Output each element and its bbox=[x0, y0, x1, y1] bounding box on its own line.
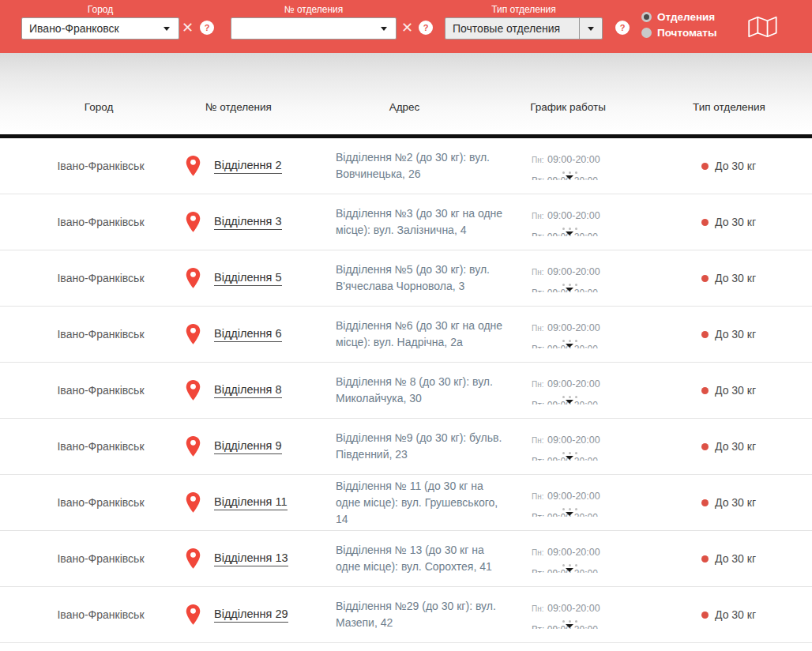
map-pin-icon[interactable] bbox=[186, 548, 201, 570]
column-header-office-type: Тип отделения bbox=[693, 101, 765, 113]
office-number-select[interactable] bbox=[231, 17, 397, 40]
schedule-line: Пн: 09:00-20:00 bbox=[532, 488, 607, 502]
office-type-select-arrow-button[interactable] bbox=[579, 18, 602, 39]
schedule-time: 09:00-20:00 bbox=[547, 322, 600, 333]
office-link[interactable]: Відділення 3 bbox=[214, 215, 282, 230]
office-type-label: До 30 кг bbox=[715, 272, 756, 284]
office-type-cell: До 30 кг bbox=[674, 160, 812, 172]
schedule-line: Пн: 09:00-20:00 bbox=[532, 320, 607, 334]
chevron-down-icon bbox=[566, 288, 573, 292]
map-pin-icon[interactable] bbox=[186, 379, 201, 401]
office-type-cell: До 30 кг bbox=[674, 496, 812, 509]
office-type-cell: До 30 кг bbox=[674, 384, 812, 397]
map-pin-icon[interactable] bbox=[186, 155, 201, 177]
radio-offices[interactable]: Отделения bbox=[641, 11, 716, 23]
city-cell: Івано-Франківськ bbox=[0, 272, 162, 284]
address-cell: Відділення №2 (до 30 кг): вул. Вовчинець… bbox=[308, 149, 520, 183]
office-number-clear-button[interactable]: ✕ bbox=[401, 19, 413, 36]
office-type-cell: До 30 кг bbox=[674, 272, 812, 284]
clipped-schedule-line: Вт: 09:00-20:00 bbox=[532, 624, 607, 629]
ellipsis-icon bbox=[532, 284, 607, 286]
office-type-label: До 30 кг bbox=[715, 608, 756, 621]
schedule-day-label: Пн: bbox=[532, 436, 544, 445]
column-header-city: Город bbox=[85, 101, 114, 113]
office-type-label: До 30 кг bbox=[715, 160, 756, 172]
map-view-button[interactable] bbox=[747, 15, 779, 39]
office-cell: Відділення 9 bbox=[162, 435, 308, 457]
address-cell: Відділення №5 (до 30 кг): вул. В'ячеслав… bbox=[308, 262, 520, 295]
table-row: Івано-Франківськ Відділення 5 Відділення… bbox=[0, 250, 812, 307]
schedule-day-label: Пн: bbox=[532, 212, 544, 220]
office-type-select[interactable]: Почтовые отделения bbox=[445, 17, 603, 40]
radio-postomats[interactable]: Почтоматы bbox=[641, 27, 716, 39]
office-link[interactable]: Відділення 6 bbox=[214, 327, 282, 342]
map-pin-icon[interactable] bbox=[186, 435, 201, 457]
schedule-line: Пн: 09:00-20:00 bbox=[532, 432, 607, 446]
expand-schedule-control[interactable]: Вт: 09:00-20:00 bbox=[532, 396, 607, 405]
office-number-help-icon[interactable]: ? bbox=[419, 21, 433, 35]
type-status-dot-icon bbox=[701, 219, 709, 226]
clipped-schedule-line: Вт: 09:00-20:00 bbox=[532, 231, 607, 236]
office-link[interactable]: Відділення 11 bbox=[214, 495, 288, 510]
schedule-cell: Пн: 09:00-20:00 Вт: 09:00-20:00 bbox=[520, 208, 674, 236]
address-cell: Відділення №29 (до 30 кг): вул. Мазепи, … bbox=[308, 598, 520, 631]
office-link[interactable]: Відділення 29 bbox=[214, 608, 288, 623]
map-pin-icon[interactable] bbox=[186, 267, 201, 289]
office-link[interactable]: Відділення 8 bbox=[214, 383, 282, 398]
office-cell: Відділення 8 bbox=[162, 379, 308, 401]
city-cell: Івано-Франківськ bbox=[0, 608, 162, 621]
office-type-help-icon[interactable]: ? bbox=[615, 21, 630, 35]
chevron-down-icon bbox=[566, 568, 573, 572]
column-header-schedule: График работы bbox=[530, 101, 606, 113]
office-cell: Відділення 6 bbox=[162, 323, 308, 345]
table-row: Івано-Франківськ Відділення 13 Відділенн… bbox=[0, 531, 812, 587]
radio-offices-label: Отделения bbox=[657, 11, 715, 23]
address-cell: Відділення №3 (до 30 кг на одне місце): … bbox=[308, 205, 520, 239]
schedule-day-label: Пн: bbox=[532, 548, 544, 557]
expand-schedule-control[interactable]: Вт: 09:00-20:00 bbox=[532, 508, 607, 517]
type-status-dot-icon bbox=[701, 499, 709, 506]
office-link[interactable]: Відділення 5 bbox=[214, 271, 282, 286]
office-link[interactable]: Відділення 9 bbox=[214, 439, 282, 454]
schedule-hidden-line: Вт: 09:00-20:00 bbox=[532, 624, 598, 629]
map-pin-icon[interactable] bbox=[186, 491, 201, 514]
chevron-down-icon bbox=[588, 27, 594, 31]
table-row: Івано-Франківськ Відділення 6 Відділення… bbox=[0, 307, 812, 363]
schedule-hidden-line: Вт: 09:00-20:00 bbox=[532, 512, 598, 517]
expand-schedule-control[interactable]: Вт: 09:00-20:00 bbox=[532, 228, 607, 236]
radio-unselected-icon bbox=[641, 28, 652, 38]
schedule-cell: Пн: 09:00-20:00 Вт: 09:00-20:00 bbox=[520, 488, 674, 517]
schedule-cell: Пн: 09:00-20:00 Вт: 09:00-20:00 bbox=[520, 320, 674, 348]
schedule-line: Пн: 09:00-20:00 bbox=[532, 600, 607, 615]
office-type-label: До 30 кг bbox=[715, 496, 756, 509]
office-number-filter-label: № отделения bbox=[231, 4, 397, 15]
schedule-line: Пн: 09:00-20:00 bbox=[532, 264, 607, 278]
map-pin-icon[interactable] bbox=[186, 211, 201, 233]
city-clear-button[interactable]: ✕ bbox=[182, 19, 194, 36]
city-cell: Івано-Франківськ bbox=[0, 496, 162, 509]
ellipsis-icon bbox=[532, 171, 607, 174]
schedule-cell: Пн: 09:00-20:00 Вт: 09:00-20:00 bbox=[520, 600, 674, 629]
office-type-label: До 30 кг bbox=[715, 440, 756, 453]
city-select[interactable]: Ивано-Франковск bbox=[21, 17, 179, 40]
clipped-schedule-line: Вт: 09:00-20:00 bbox=[532, 512, 607, 517]
schedule-day-label: Пн: bbox=[532, 268, 544, 277]
office-link[interactable]: Відділення 13 bbox=[214, 551, 288, 566]
address-cell: Відділення № 11 (до 30 кг на одне місце)… bbox=[308, 478, 520, 528]
chevron-down-icon bbox=[566, 624, 573, 628]
city-cell: Івано-Франківськ bbox=[0, 440, 162, 453]
expand-schedule-control[interactable]: Вт: 09:00-20:00 bbox=[532, 620, 607, 629]
chevron-down-icon bbox=[164, 27, 170, 31]
table-row: Івано-Франківськ Відділення 8 Відділення… bbox=[0, 363, 812, 419]
map-pin-icon[interactable] bbox=[186, 604, 201, 626]
expand-schedule-control[interactable]: Вт: 09:00-20:00 bbox=[532, 340, 607, 348]
expand-schedule-control[interactable]: Вт: 09:00-20:00 bbox=[532, 452, 607, 461]
expand-schedule-control[interactable]: Вт: 09:00-20:00 bbox=[532, 564, 607, 573]
schedule-cell: Пн: 09:00-20:00 Вт: 09:00-20:00 bbox=[520, 432, 674, 461]
city-help-icon[interactable]: ? bbox=[200, 21, 214, 35]
expand-schedule-control[interactable]: Вт: 09:00-20:00 bbox=[532, 284, 607, 292]
schedule-day-label: Пн: bbox=[532, 380, 544, 389]
office-link[interactable]: Відділення 2 bbox=[214, 159, 282, 174]
expand-schedule-control[interactable]: Вт: 09:00-20:00 bbox=[532, 171, 607, 180]
map-pin-icon[interactable] bbox=[186, 323, 201, 345]
